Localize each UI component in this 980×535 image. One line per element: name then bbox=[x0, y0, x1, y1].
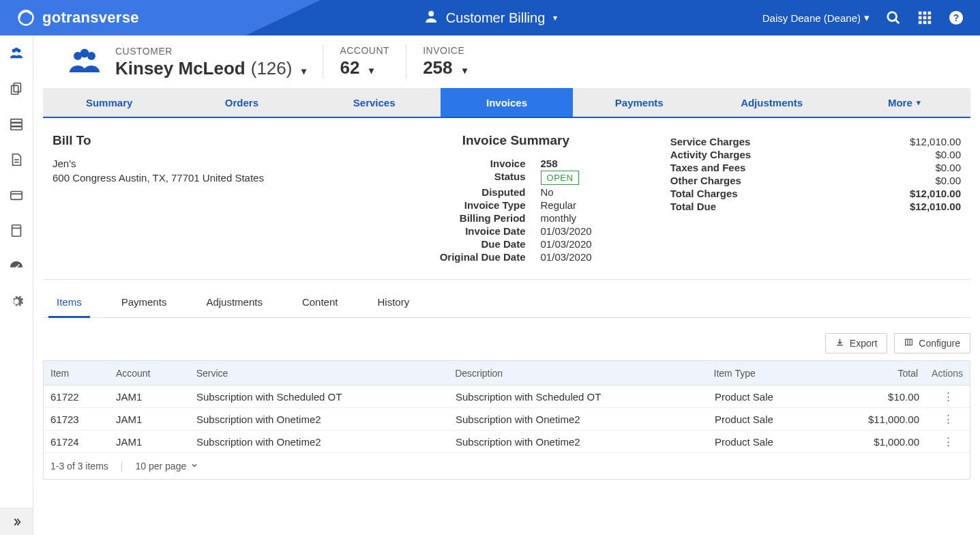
subtab-history[interactable]: History bbox=[369, 289, 417, 318]
kv-value: No bbox=[541, 186, 670, 198]
sidebar-item-customers[interactable] bbox=[0, 35, 33, 71]
cell-description: Subscription with Scheduled OT bbox=[449, 391, 708, 403]
charge-value: $12,010.00 bbox=[910, 188, 961, 199]
svg-rect-10 bbox=[928, 16, 932, 20]
col-header[interactable]: Description bbox=[448, 368, 707, 379]
row-actions-menu[interactable]: ⋮ bbox=[943, 390, 953, 403]
tab-summary[interactable]: Summary bbox=[43, 88, 175, 117]
sidebar-item-dashboard[interactable] bbox=[0, 248, 33, 284]
subtab-label: History bbox=[377, 296, 409, 308]
cell-item: 61723 bbox=[44, 414, 109, 425]
row-count: 1-3 of 3 items bbox=[50, 461, 108, 472]
cell-account: JAM1 bbox=[109, 414, 190, 425]
subtab-items[interactable]: Items bbox=[48, 289, 90, 318]
cell-total: $10.00 bbox=[817, 391, 926, 403]
svg-point-36 bbox=[80, 49, 89, 58]
kv-value: 01/03/2020 bbox=[541, 251, 670, 263]
sidebar-item-calculator[interactable] bbox=[0, 213, 33, 248]
charge-label: Total Due bbox=[670, 201, 716, 212]
col-header[interactable]: Account bbox=[109, 368, 190, 379]
brand-logo[interactable]: gotransverse bbox=[0, 8, 139, 27]
sidebar-item-copy[interactable] bbox=[0, 71, 33, 106]
svg-rect-12 bbox=[923, 21, 927, 25]
svg-rect-13 bbox=[928, 21, 932, 25]
per-page-dropdown[interactable]: 10 per page bbox=[135, 461, 198, 472]
kv-label: Billing Period bbox=[361, 212, 541, 224]
row-actions-menu[interactable]: ⋮ bbox=[943, 435, 953, 448]
table-header: Item Account Service Description Item Ty… bbox=[44, 361, 970, 386]
app-label: Customer Billing bbox=[446, 10, 546, 26]
person-icon bbox=[423, 8, 439, 28]
tab-invoices[interactable]: Invoices bbox=[441, 88, 573, 117]
cell-service: Subscription with Onetime2 bbox=[190, 414, 449, 425]
caret-down-icon: ▾ bbox=[462, 65, 467, 76]
svg-rect-22 bbox=[11, 123, 23, 126]
crumb-invoice-dropdown[interactable]: 258 ▾ bbox=[423, 57, 466, 78]
sidebar-item-card[interactable] bbox=[0, 177, 33, 213]
breadcrumb: CUSTOMER Kinsey McLeod (126) ▾ ACCOUNT 6… bbox=[43, 45, 970, 80]
sidebar-item-server[interactable] bbox=[0, 106, 33, 142]
bill-to-heading: Bill To bbox=[53, 133, 361, 148]
chevron-down-icon bbox=[190, 461, 198, 472]
kv-value: monthly bbox=[541, 212, 670, 224]
col-header[interactable]: Total bbox=[816, 368, 925, 379]
cell-account: JAM1 bbox=[109, 436, 190, 448]
export-button[interactable]: Export bbox=[825, 333, 887, 353]
tab-label: More bbox=[888, 97, 912, 109]
app-switcher[interactable]: Customer Billing ▾ bbox=[423, 8, 558, 28]
bill-to-address: 600 Congress Austin, TX, 77701 United St… bbox=[53, 172, 361, 184]
subtab-label: Payments bbox=[121, 296, 167, 308]
sidebar-item-settings[interactable] bbox=[0, 284, 33, 319]
svg-line-4 bbox=[895, 20, 900, 24]
cell-total: $11,000.00 bbox=[817, 414, 926, 425]
cell-type: Product Sale bbox=[708, 414, 817, 425]
kv-label: Disputed bbox=[361, 186, 541, 198]
button-label: Export bbox=[850, 338, 877, 349]
col-header[interactable]: Item Type bbox=[707, 368, 816, 379]
tab-orders[interactable]: Orders bbox=[175, 88, 308, 117]
cell-type: Product Sale bbox=[708, 436, 817, 448]
subtab-label: Items bbox=[57, 296, 82, 308]
crumb-account-dropdown[interactable]: 62 ▾ bbox=[340, 57, 389, 78]
help-icon[interactable]: ? bbox=[949, 10, 964, 25]
tab-services[interactable]: Services bbox=[308, 88, 441, 117]
row-actions-menu[interactable]: ⋮ bbox=[943, 413, 953, 425]
crumb-customer-dropdown[interactable]: Kinsey McLeod (126) ▾ bbox=[115, 58, 306, 79]
apps-icon[interactable] bbox=[917, 10, 932, 25]
col-header[interactable]: Item bbox=[44, 368, 109, 379]
svg-rect-9 bbox=[923, 16, 927, 20]
tab-payments[interactable]: Payments bbox=[573, 88, 705, 117]
svg-rect-6 bbox=[923, 12, 927, 15]
crumb-account-value: 62 bbox=[340, 57, 359, 78]
kv-label: Status bbox=[361, 171, 541, 185]
tab-adjustments[interactable]: Adjustments bbox=[705, 88, 837, 117]
customers-icon bbox=[66, 45, 103, 80]
kv-label: Invoice Type bbox=[361, 199, 541, 211]
left-sidebar bbox=[0, 35, 33, 535]
col-header[interactable]: Service bbox=[190, 368, 448, 379]
tab-label: Adjustments bbox=[741, 97, 803, 109]
svg-point-2 bbox=[428, 11, 434, 16]
sidebar-item-document[interactable] bbox=[0, 142, 33, 177]
charge-value: $0.00 bbox=[935, 162, 961, 173]
tab-label: Summary bbox=[86, 97, 132, 109]
subtab-adjustments[interactable]: Adjustments bbox=[198, 289, 271, 318]
kv-value: 01/03/2020 bbox=[541, 238, 670, 250]
search-icon[interactable] bbox=[886, 10, 901, 25]
caret-down-icon: ▾ bbox=[301, 66, 306, 76]
col-header: Actions bbox=[925, 368, 970, 379]
crumb-account-label: ACCOUNT bbox=[340, 45, 389, 56]
sidebar-expand-toggle[interactable] bbox=[0, 508, 33, 535]
subtab-label: Content bbox=[302, 296, 338, 308]
user-menu[interactable]: Daisy Deane (Deane) ▾ bbox=[762, 12, 870, 24]
per-page-label: 10 per page bbox=[135, 461, 186, 472]
subtab-content[interactable]: Content bbox=[294, 289, 346, 318]
brand-icon bbox=[16, 8, 35, 27]
configure-button[interactable]: Configure bbox=[894, 333, 970, 353]
subtab-payments[interactable]: Payments bbox=[113, 289, 175, 318]
charges-section: Service Charges$12,010.00 Activity Charg… bbox=[670, 133, 961, 264]
main-tabs: Summary Orders Services Invoices Payment… bbox=[43, 88, 970, 118]
top-bar: gotransverse Customer Billing ▾ Daisy De… bbox=[0, 0, 980, 35]
svg-rect-8 bbox=[919, 16, 922, 20]
tab-more[interactable]: More▾ bbox=[838, 88, 970, 117]
